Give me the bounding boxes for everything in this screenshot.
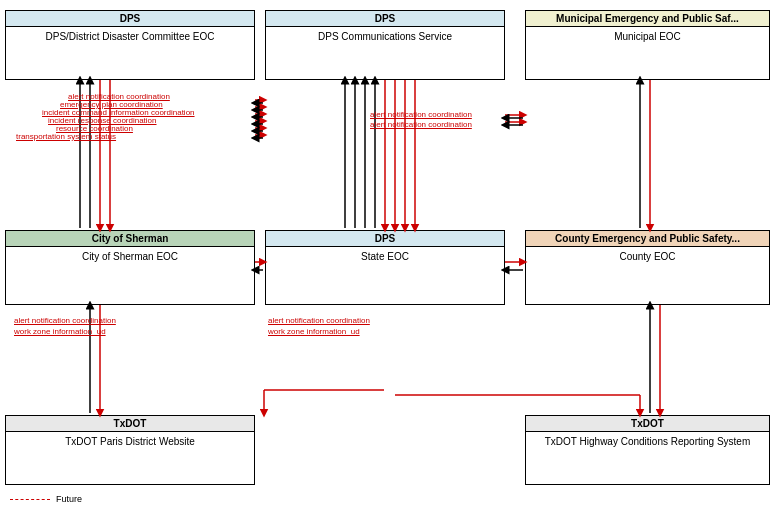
node-city-body: City of Sherman EOC [6,247,254,266]
node-dps-district-body: DPS/District Disaster Committee EOC [6,27,254,46]
node-county-header: County Emergency and Public Safety... [526,231,769,247]
node-city-sherman: City of Sherman City of Sherman EOC [5,230,255,305]
node-county-eoc: County Emergency and Public Safety... Co… [525,230,770,305]
legend-line [10,499,50,500]
node-dps-comm-header: DPS [266,11,504,27]
node-txdot-paris: TxDOT TxDOT Paris District Website [5,415,255,485]
label-alert6: transportation system status [16,132,116,141]
label-alert7: alert notification coordination [370,110,472,119]
legend-label: Future [56,494,82,504]
legend: Future [10,494,82,504]
node-dps-district: DPS DPS/District Disaster Committee EOC [5,10,255,80]
node-municipal-eoc: Municipal Emergency and Public Saf... Mu… [525,10,770,80]
label-alert10: alert notification coordination [268,316,370,325]
node-dps-comm: DPS DPS Communications Service [265,10,505,80]
node-state-eoc-header: DPS [266,231,504,247]
label-alert9: alert notification coordination [14,316,116,325]
node-txdot-highway-header: TxDOT [526,416,769,432]
node-txdot-paris-body: TxDOT Paris District Website [6,432,254,451]
node-county-body: County EOC [526,247,769,266]
label-alert8: alert notification coordination [370,120,472,129]
node-city-header: City of Sherman [6,231,254,247]
label-workzone1: work zone information_ud [14,327,106,336]
node-municipal-header: Municipal Emergency and Public Saf... [526,11,769,27]
node-txdot-paris-header: TxDOT [6,416,254,432]
node-state-eoc: DPS State EOC [265,230,505,305]
node-municipal-body: Municipal EOC [526,27,769,46]
node-dps-district-header: DPS [6,11,254,27]
node-state-eoc-body: State EOC [266,247,504,266]
node-txdot-highway-body: TxDOT Highway Conditions Reporting Syste… [526,432,769,451]
node-txdot-highway: TxDOT TxDOT Highway Conditions Reporting… [525,415,770,485]
diagram-container: DPS DPS/District Disaster Committee EOC … [0,0,776,510]
label-workzone2: work zone information_ud [268,327,360,336]
node-dps-comm-body: DPS Communications Service [266,27,504,46]
